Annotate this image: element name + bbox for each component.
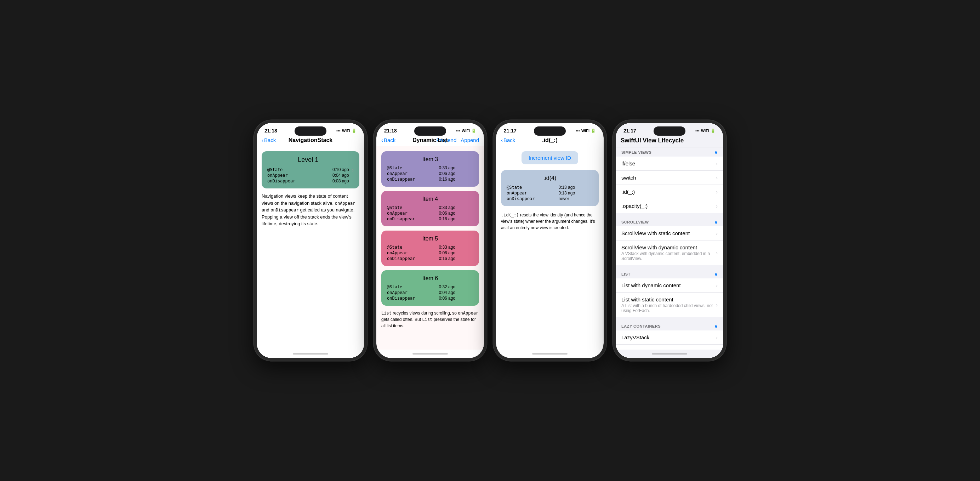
status-icons-4: ▪▪▪ WiFi 🔋 bbox=[695, 129, 716, 133]
home-bar-2 bbox=[412, 353, 448, 355]
back-button-3[interactable]: ‹ Back bbox=[501, 137, 515, 143]
disappear-v-4: 0:16 ago bbox=[439, 217, 473, 221]
footer-2: List recycles views during scrolling, so… bbox=[381, 310, 479, 329]
nav-title-4: SwiftUI View Lifecycle bbox=[620, 137, 684, 144]
screen-content-1: Level 1 @State 0:10 ago onAppear 0:04 ag… bbox=[257, 146, 364, 350]
row-switch[interactable]: switch › bbox=[616, 171, 723, 185]
item-title-5: Item 5 bbox=[387, 236, 473, 242]
nav-bar-4: SwiftUI View Lifecycle bbox=[616, 135, 723, 147]
phone-2: 21:18 ▪▪▪ WiFi 🔋 ‹ Back Dynamic List Pre… bbox=[374, 120, 487, 361]
phone-4: 21:17 ▪▪▪ WiFi 🔋 SwiftUI View Lifecycle … bbox=[613, 120, 726, 361]
chevron-left-icon: ‹ bbox=[262, 137, 263, 143]
status-icons-1: ▪▪▪ WiFi 🔋 bbox=[336, 129, 356, 133]
appear-l-3: onAppear bbox=[387, 171, 433, 176]
disappear-label: onDisappear bbox=[267, 178, 311, 183]
id-stats: @State 0:13 ago onAppear 0:13 ago onDisa… bbox=[507, 185, 593, 201]
dynamic-island-3 bbox=[534, 126, 566, 135]
appear-value: 0:04 ago bbox=[317, 173, 349, 178]
home-indicator-1 bbox=[257, 350, 364, 358]
row-opacity[interactable]: .opacity(_:) › bbox=[616, 199, 723, 213]
appear-l-5: onAppear bbox=[387, 250, 433, 255]
chevron-sv-static: › bbox=[716, 231, 718, 236]
description-1: Navigation views keep the state of conte… bbox=[262, 193, 360, 228]
section-group-simple: if/else › switch › .id(_:) › .opacity(_:… bbox=[616, 156, 723, 213]
state-l-6: @State bbox=[387, 284, 433, 289]
row-sv-static[interactable]: ScrollView with static content › bbox=[616, 226, 723, 240]
list-item-6: Item 6 @State 0:32 ago onAppear 0:04 ago… bbox=[381, 270, 479, 306]
time-4: 21:17 bbox=[624, 128, 636, 134]
level-card: Level 1 @State 0:10 ago onAppear 0:04 ag… bbox=[262, 151, 360, 188]
wifi-icon-2: WiFi bbox=[462, 129, 470, 133]
section-group-list: List with dynamic content › List with st… bbox=[616, 279, 723, 317]
section-group-lazy: LazyVStack › LazyVGrid › bbox=[616, 330, 723, 350]
chevron-list-dynamic: › bbox=[716, 283, 718, 288]
increment-btn[interactable]: Increment view ID bbox=[522, 151, 578, 164]
time-1: 21:18 bbox=[264, 128, 277, 134]
disappear-l-5: onDisappear bbox=[387, 256, 433, 261]
row-list-dynamic[interactable]: List with dynamic content › bbox=[616, 279, 723, 293]
signal-icon: ▪▪▪ bbox=[336, 129, 340, 133]
level-stats: @State 0:10 ago onAppear 0:04 ago onDisa… bbox=[267, 167, 349, 183]
row-lazyvgrid[interactable]: LazyVGrid › bbox=[616, 345, 723, 350]
chevron-switch: › bbox=[716, 175, 718, 181]
row-ifelse[interactable]: if/else › bbox=[616, 156, 723, 171]
nav-title-1: NavigationStack bbox=[288, 137, 332, 143]
section-chevron-lazy[interactable]: ∨ bbox=[714, 323, 718, 329]
back-button-2[interactable]: ‹ Back bbox=[381, 137, 396, 143]
chevron-left-icon-2: ‹ bbox=[381, 137, 383, 143]
append-button[interactable]: Append bbox=[461, 137, 479, 143]
description-3: .id(_:) resets the view identity (and he… bbox=[501, 212, 599, 231]
row-list-static[interactable]: List with static content A List with a b… bbox=[616, 293, 723, 317]
state-v-6: 0:32 ago bbox=[439, 284, 473, 289]
dynamic-island-2 bbox=[414, 126, 446, 135]
disappear-v-id: never bbox=[558, 196, 593, 201]
disappear-v-5: 0:16 ago bbox=[439, 256, 473, 261]
screen-content-3: Increment view ID .id(4) @State 0:13 ago… bbox=[496, 146, 604, 350]
chevron-ifelse: › bbox=[716, 161, 718, 166]
item-title-4: Item 4 bbox=[387, 196, 473, 202]
lifecycle-scroll: SIMPLE VIEWS ∨ if/else › switch › .id(_:… bbox=[616, 147, 723, 350]
state-value: 0:10 ago bbox=[317, 167, 349, 172]
id-card: .id(4) @State 0:13 ago onAppear 0:13 ago… bbox=[501, 170, 599, 206]
row-chevron: › bbox=[352, 167, 354, 173]
chevron-sv-dynamic: › bbox=[716, 250, 718, 256]
time-3: 21:17 bbox=[504, 128, 517, 134]
home-indicator-2 bbox=[376, 350, 484, 358]
home-bar-1 bbox=[293, 353, 328, 355]
row-sv-dynamic[interactable]: ScrollView with dynamic content A VStack… bbox=[616, 240, 723, 265]
status-icons-3: ▪▪▪ WiFi 🔋 bbox=[576, 129, 596, 133]
home-bar-4 bbox=[652, 353, 687, 355]
nav-bar-3: ‹ Back .id(_:) bbox=[496, 135, 604, 146]
item-title-3: Item 3 bbox=[387, 156, 473, 162]
disappear-value: 0:08 ago bbox=[317, 178, 349, 183]
nav-bar-1: ‹ Back NavigationStack bbox=[257, 135, 364, 146]
nav-bar-2: ‹ Back Dynamic List Prepend Append bbox=[376, 135, 484, 146]
appear-l-6: onAppear bbox=[387, 290, 433, 295]
home-bar-3 bbox=[532, 353, 568, 355]
row-id[interactable]: .id(_:) › bbox=[616, 185, 723, 199]
appear-v-5: 0:06 ago bbox=[439, 250, 473, 255]
section-chevron-simple[interactable]: ∨ bbox=[714, 150, 718, 155]
home-indicator-3 bbox=[496, 350, 604, 358]
chevron-left-icon-3: ‹ bbox=[501, 137, 503, 143]
state-v-4: 0:33 ago bbox=[439, 205, 473, 210]
section-chevron-scrollview[interactable]: ∨ bbox=[714, 219, 718, 225]
nav-title-2: Dynamic List bbox=[412, 137, 448, 143]
chevron-opacity: › bbox=[716, 203, 718, 209]
appear-v-6: 0:04 ago bbox=[439, 290, 473, 295]
section-chevron-list[interactable]: ∨ bbox=[714, 271, 718, 277]
battery-icon-2: 🔋 bbox=[471, 129, 476, 133]
back-button-1[interactable]: ‹ Back bbox=[262, 137, 276, 143]
dynamic-island-4 bbox=[654, 126, 686, 135]
signal-icon-3: ▪▪▪ bbox=[576, 129, 580, 133]
row-lazyvstack[interactable]: LazyVStack › bbox=[616, 330, 723, 345]
level-title: Level 1 bbox=[267, 156, 349, 164]
appear-l-id: onAppear bbox=[507, 191, 553, 196]
item-stats-6: @State 0:32 ago onAppear 0:04 ago onDisa… bbox=[387, 284, 473, 301]
home-indicator-4 bbox=[616, 350, 723, 358]
dynamic-island-1 bbox=[294, 126, 326, 135]
state-l-5: @State bbox=[387, 245, 433, 250]
list-item-4: Item 4 @State 0:33 ago onAppear 0:06 ago… bbox=[381, 191, 479, 226]
state-l-4: @State bbox=[387, 205, 433, 210]
item-stats-4: @State 0:33 ago onAppear 0:06 ago onDisa… bbox=[387, 205, 473, 221]
